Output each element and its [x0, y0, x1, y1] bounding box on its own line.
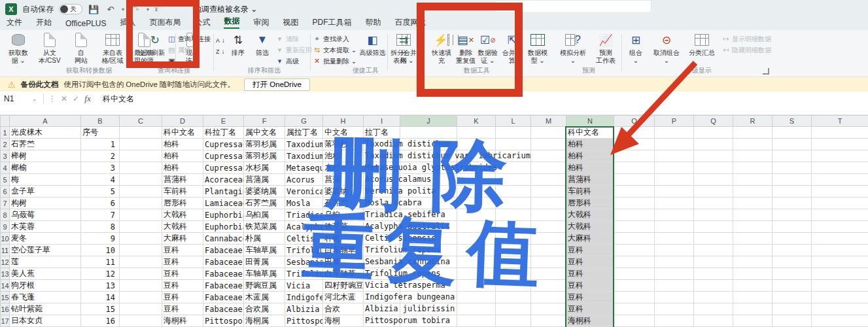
- cell-O14[interactable]: [614, 280, 655, 292]
- cell-K17[interactable]: [457, 315, 496, 327]
- quick-access-caret-icon[interactable]: ⊻: [154, 7, 158, 12]
- from-text-csv-button[interactable]: 从文 本/CSV: [35, 30, 64, 65]
- cell-B17[interactable]: 16: [81, 315, 120, 327]
- cell-E4[interactable]: Cupressaceae: [203, 162, 244, 174]
- cell-E8[interactable]: Euphorbiaceae: [203, 209, 244, 221]
- column-header-R[interactable]: R: [733, 116, 773, 127]
- dialog-launcher-icon[interactable]: [763, 68, 769, 75]
- cell-D14[interactable]: 豆科: [162, 280, 203, 292]
- column-header-I[interactable]: I: [364, 116, 400, 127]
- cell-L6[interactable]: [496, 186, 531, 198]
- cell-B7[interactable]: 6: [81, 198, 120, 209]
- cell-I15[interactable]: Indigofera bungeana: [364, 292, 400, 303]
- insert-function-icon[interactable]: fx: [82, 94, 94, 104]
- cell-A17[interactable]: 日本女贞: [10, 315, 81, 327]
- cell-B5[interactable]: 4: [81, 174, 120, 186]
- cell-M10[interactable]: [531, 233, 566, 245]
- batch-delete-button[interactable]: ✕批量删除 ⌄: [313, 56, 356, 66]
- cell-S10[interactable]: [773, 233, 812, 245]
- row-header-15[interactable]: 15: [1, 292, 10, 303]
- cell-S4[interactable]: [773, 162, 812, 174]
- sort-az-icon[interactable]: A↓: [216, 35, 225, 45]
- cell-G17[interactable]: Pittosporum: [285, 315, 323, 327]
- cell-S12[interactable]: [773, 256, 812, 268]
- cell-O10[interactable]: [614, 233, 655, 245]
- menu-tab-file[interactable]: 文件: [7, 17, 22, 29]
- find-entry-button[interactable]: ⌖查找录入: [313, 34, 356, 44]
- cell-T14[interactable]: [812, 280, 868, 292]
- cell-Q12[interactable]: [694, 256, 733, 268]
- cell-I1[interactable]: 拉丁名: [364, 127, 400, 139]
- column-header-Q[interactable]: Q: [694, 116, 733, 127]
- cell-N9[interactable]: 大戟科: [566, 221, 614, 233]
- cell-M7[interactable]: [531, 198, 566, 209]
- cell-E3[interactable]: Cupressaceae: [203, 150, 244, 162]
- text-extract-button[interactable]: ⇆文本提取 ⌄: [313, 45, 356, 55]
- row-header-16[interactable]: 16: [1, 303, 10, 315]
- cell-M1[interactable]: [531, 127, 566, 139]
- cell-G1[interactable]: 属拉丁名: [285, 127, 323, 139]
- cell-L15[interactable]: [496, 292, 531, 303]
- cell-F5[interactable]: 菖蒲属: [244, 174, 285, 186]
- cell-S9[interactable]: [773, 221, 812, 233]
- cell-A6[interactable]: 盒子草: [10, 186, 81, 198]
- cell-S14[interactable]: [773, 280, 812, 292]
- cell-F2[interactable]: 落羽杉属: [244, 139, 285, 150]
- cell-N2[interactable]: 柏科: [566, 139, 614, 150]
- cell-O1[interactable]: [614, 127, 655, 139]
- cell-E11[interactable]: Fabaceae: [203, 245, 244, 256]
- cell-O3[interactable]: [614, 150, 655, 162]
- menu-tab-view[interactable]: 视图: [283, 17, 298, 29]
- cell-Q9[interactable]: [694, 221, 733, 233]
- cell-E7[interactable]: Lamiaceae: [203, 198, 244, 209]
- cell-D13[interactable]: 豆科: [162, 268, 203, 280]
- cell-H11[interactable]: 白车轴草: [323, 245, 364, 256]
- cell-P6[interactable]: [655, 186, 694, 198]
- cell-K16[interactable]: [457, 303, 496, 315]
- cell-K7[interactable]: [457, 198, 496, 209]
- cell-H6[interactable]: 婆婆纳: [323, 186, 364, 198]
- cell-O2[interactable]: [614, 139, 655, 150]
- cell-R3[interactable]: [733, 150, 773, 162]
- cell-E1[interactable]: 科拉丁名: [203, 127, 244, 139]
- cell-A8[interactable]: 乌蔹莓: [10, 209, 81, 221]
- cell-Q1[interactable]: [694, 127, 733, 139]
- cell-I7[interactable]: Mosla scabra: [364, 198, 400, 209]
- sort-za-icon[interactable]: Z↓: [216, 46, 225, 56]
- row-header-5[interactable]: 5: [1, 174, 10, 186]
- menu-tab-baidu[interactable]: 百度网盘: [394, 17, 426, 29]
- cell-M17[interactable]: [531, 315, 566, 327]
- row-header-3[interactable]: 3: [1, 150, 10, 162]
- cell-I3[interactable]: Taxodium distichum var. imbricarium: [364, 150, 400, 162]
- cell-C7[interactable]: [120, 198, 162, 209]
- data-model-button[interactable]: 数据模 型 ⌄: [523, 30, 552, 65]
- cell-Q15[interactable]: [694, 292, 733, 303]
- cell-A2[interactable]: 石荠苎: [10, 139, 81, 150]
- cell-B12[interactable]: 11: [81, 256, 120, 268]
- cell-A10[interactable]: 麦冬: [10, 233, 81, 245]
- cell-L12[interactable]: [496, 256, 531, 268]
- cell-P16[interactable]: [655, 303, 694, 315]
- cell-L1[interactable]: [496, 127, 531, 139]
- cell-K12[interactable]: [457, 256, 496, 268]
- cell-G7[interactable]: Mosla: [285, 198, 323, 209]
- cell-D5[interactable]: 菖蒲科: [162, 174, 203, 186]
- cell-N8[interactable]: 大戟科: [566, 209, 614, 221]
- cell-Q6[interactable]: [694, 186, 733, 198]
- cell-G14[interactable]: Vicia: [285, 280, 323, 292]
- cell-A1[interactable]: 光皮梾木: [10, 127, 81, 139]
- cell-N11[interactable]: 豆科: [566, 245, 614, 256]
- cell-B4[interactable]: 3: [81, 162, 120, 174]
- menu-tab-help[interactable]: 帮助: [365, 17, 381, 29]
- cell-C10[interactable]: [120, 233, 162, 245]
- queries-connections-button[interactable]: ◫查询和连接: [167, 34, 211, 44]
- menu-tab-data[interactable]: 数据: [224, 16, 239, 29]
- cell-M9[interactable]: [531, 221, 566, 233]
- get-data-button[interactable]: 获取数 据 ⌄: [4, 30, 33, 65]
- cell-M15[interactable]: [531, 292, 566, 303]
- cell-P10[interactable]: [655, 233, 694, 245]
- cell-R17[interactable]: [733, 315, 773, 327]
- cell-B13[interactable]: 12: [81, 268, 120, 280]
- cell-A14[interactable]: 狗牙根: [10, 280, 81, 292]
- cell-C6[interactable]: [120, 186, 162, 198]
